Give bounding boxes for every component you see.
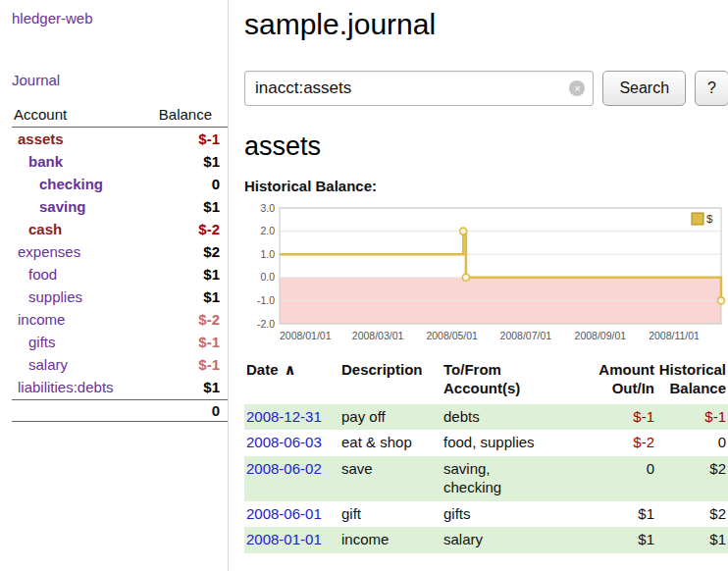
account-row: assets $-1 bbox=[12, 128, 228, 150]
transaction-balance: $1 bbox=[656, 527, 728, 553]
help-button[interactable]: ? bbox=[695, 71, 728, 106]
page-title: sample.journal bbox=[244, 8, 728, 41]
transaction-date-link[interactable]: 2008-06-02 bbox=[246, 460, 322, 477]
account-column-label: Account bbox=[14, 106, 67, 123]
transaction-row: 2008-06-01 gift gifts $1 $2 bbox=[244, 501, 728, 528]
transactions-table-header: Date∧ Description To/From Account(s) Amo… bbox=[244, 359, 728, 404]
transaction-balance: $2 bbox=[656, 456, 728, 501]
account-row: supplies $1 bbox=[12, 286, 228, 308]
transaction-accounts: food, supplies bbox=[442, 430, 574, 456]
transaction-amount: 0 bbox=[574, 456, 656, 501]
transaction-balance: $2 bbox=[656, 501, 728, 528]
account-link[interactable]: checking bbox=[12, 176, 103, 192]
account-row: liabilities:debts $1 bbox=[12, 376, 228, 398]
account-balance: $1 bbox=[203, 288, 228, 305]
x-tick-label: 2008/07/01 bbox=[500, 330, 552, 341]
y-tick-label: 2.0 bbox=[260, 225, 275, 236]
transaction-description: save bbox=[339, 456, 442, 501]
account-balance: 0 bbox=[212, 176, 228, 192]
clear-search-icon[interactable]: × bbox=[569, 80, 585, 96]
transaction-row: 2008-12-31 pay off debts $-1 $-1 bbox=[244, 404, 728, 431]
legend-label: $ bbox=[706, 213, 713, 225]
accounts-table-header: Account Balance bbox=[12, 106, 228, 128]
account-balance: $1 bbox=[203, 379, 228, 395]
account-row: income $-2 bbox=[12, 308, 228, 331]
sort-ascending-icon[interactable]: ∧ bbox=[285, 361, 296, 378]
transaction-description: pay off bbox=[339, 404, 442, 431]
account-balance: $1 bbox=[203, 266, 228, 283]
x-tick-label: 2008/05/01 bbox=[426, 330, 478, 341]
transaction-date-link[interactable]: 2008-06-01 bbox=[246, 505, 322, 522]
transaction-description: income bbox=[339, 527, 442, 553]
account-row: checking 0 bbox=[12, 173, 228, 195]
app-window: hledger-web Journal Account Balance asse… bbox=[0, 0, 728, 571]
accounts-list: assets $-1 bank $1 checking 0 saving $1 … bbox=[12, 128, 228, 398]
search-bar: × Search ? bbox=[244, 71, 728, 106]
transaction-accounts: debts bbox=[442, 404, 574, 431]
account-link[interactable]: salary bbox=[12, 356, 68, 373]
data-point-marker bbox=[460, 228, 467, 234]
nav-journal-link[interactable]: Journal bbox=[12, 72, 228, 88]
transaction-date-link[interactable]: 2008-01-01 bbox=[246, 531, 322, 547]
accounts-total-row: 0 bbox=[12, 399, 228, 422]
accounts-total-value: 0 bbox=[212, 402, 220, 419]
transaction-description: eat & shop bbox=[339, 430, 442, 456]
transaction-row: 2008-06-03 eat & shop food, supplies $-2… bbox=[244, 430, 728, 456]
account-link[interactable]: expenses bbox=[12, 243, 80, 260]
balance-column-header: Historical Balance bbox=[656, 359, 728, 404]
x-tick-label: 2008/03/01 bbox=[352, 330, 404, 341]
account-balance: $-2 bbox=[198, 311, 228, 328]
account-row: bank $1 bbox=[12, 150, 228, 173]
transactions-table: Date∧ Description To/From Account(s) Amo… bbox=[244, 359, 728, 553]
search-input[interactable] bbox=[244, 71, 594, 106]
x-tick-label: 2008/01/01 bbox=[280, 330, 332, 341]
transaction-row: 2008-01-01 income salary $1 $1 bbox=[244, 527, 728, 553]
historical-balance-chart: 3.02.01.00.0-1.0-2.02008/01/012008/03/01… bbox=[244, 200, 728, 349]
y-tick-label: 0.0 bbox=[260, 271, 275, 283]
account-link[interactable]: income bbox=[12, 311, 65, 328]
y-tick-label: -1.0 bbox=[257, 294, 275, 306]
account-link[interactable]: assets bbox=[12, 130, 64, 147]
account-link[interactable]: cash bbox=[12, 221, 62, 237]
data-point-marker bbox=[462, 274, 469, 281]
transaction-balance: 0 bbox=[656, 430, 728, 456]
description-column-header: Description bbox=[339, 359, 442, 404]
account-balance: $-2 bbox=[198, 221, 228, 237]
date-header-label: Date bbox=[246, 361, 279, 378]
balance-column-label: Balance bbox=[159, 106, 220, 123]
account-heading: assets bbox=[244, 131, 728, 162]
transaction-amount: $-1 bbox=[574, 404, 656, 431]
account-row: food $1 bbox=[12, 263, 228, 286]
transaction-balance: $-1 bbox=[656, 404, 728, 431]
y-tick-label: -2.0 bbox=[257, 318, 275, 330]
account-balance: $-1 bbox=[198, 130, 228, 147]
y-tick-label: 3.0 bbox=[260, 202, 275, 214]
legend-swatch bbox=[692, 213, 703, 225]
transaction-amount: $1 bbox=[574, 501, 656, 528]
account-link[interactable]: food bbox=[12, 266, 57, 283]
y-tick-label: 1.0 bbox=[260, 248, 275, 260]
account-balance: $1 bbox=[203, 153, 228, 170]
search-button[interactable]: Search bbox=[602, 71, 686, 106]
account-row: cash $-2 bbox=[12, 218, 228, 240]
account-row: salary $-1 bbox=[12, 353, 228, 376]
account-link[interactable]: supplies bbox=[12, 288, 82, 305]
chart-title: Historical Balance: bbox=[244, 178, 728, 194]
account-row: saving $1 bbox=[12, 195, 228, 218]
x-tick-label: 2008/11/01 bbox=[649, 330, 700, 341]
transaction-amount: $1 bbox=[574, 527, 656, 553]
tofrom-column-header: To/From Account(s) bbox=[442, 359, 574, 404]
transaction-date-link[interactable]: 2008-12-31 bbox=[246, 408, 322, 425]
transaction-description: gift bbox=[339, 501, 442, 528]
date-column-header[interactable]: Date∧ bbox=[244, 359, 339, 404]
amount-column-header: Amount Out/In bbox=[574, 359, 656, 404]
account-row: expenses $2 bbox=[12, 240, 228, 263]
account-link[interactable]: gifts bbox=[12, 334, 56, 350]
transaction-accounts: salary bbox=[442, 527, 574, 553]
brand-link[interactable]: hledger-web bbox=[12, 10, 228, 26]
account-link[interactable]: bank bbox=[12, 153, 63, 170]
account-link[interactable]: liabilities:debts bbox=[12, 379, 114, 395]
transaction-date-link[interactable]: 2008-06-03 bbox=[246, 434, 322, 450]
account-link[interactable]: saving bbox=[12, 198, 86, 215]
transaction-accounts: gifts bbox=[442, 501, 574, 528]
